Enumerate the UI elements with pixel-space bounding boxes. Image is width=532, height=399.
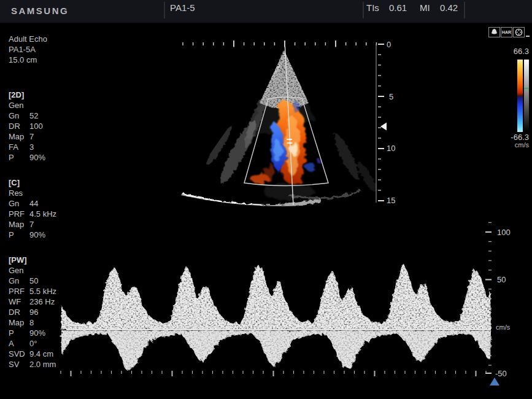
param-label: Gn bbox=[9, 110, 29, 121]
param-value: 7 bbox=[29, 131, 45, 142]
depth-setting: 15.0 cm bbox=[9, 55, 47, 65]
param-value: 2.0 mm bbox=[29, 359, 56, 370]
param-value: 8 bbox=[29, 317, 56, 328]
param-value bbox=[29, 265, 56, 276]
pw-scale-mid: 50 bbox=[497, 275, 506, 284]
sweep-marker-icon bbox=[490, 378, 499, 385]
param-value: 9.4 cm bbox=[29, 349, 56, 359]
param-value: 4.5 kHz bbox=[29, 209, 56, 219]
param-label: Res bbox=[9, 188, 29, 198]
transducer-name: PA1-5A bbox=[9, 44, 47, 55]
param-value bbox=[29, 188, 56, 198]
param-label: PRF bbox=[9, 286, 29, 296]
pw-scale-min: -50 bbox=[495, 369, 507, 378]
param-label: Gn bbox=[9, 198, 29, 209]
param-value: 7 bbox=[29, 219, 56, 230]
grayscale-marker bbox=[524, 88, 529, 89]
exam-preset: Adult Echo bbox=[9, 34, 47, 44]
color-doppler-scale-bar bbox=[517, 60, 523, 132]
param-label: DR bbox=[9, 121, 29, 131]
param-value: 50 bbox=[29, 276, 56, 286]
param-label: FA bbox=[9, 142, 29, 152]
param-value bbox=[29, 100, 45, 110]
time-ruler bbox=[61, 371, 486, 376]
color-scale-min: -66.3 bbox=[506, 133, 529, 142]
params-color: [C] Res Gn44 PRF4.5 kHz Map7 P90% bbox=[9, 177, 56, 240]
param-label: P bbox=[9, 328, 29, 338]
pw-scale-max: 100 bbox=[497, 228, 511, 237]
pw-spectrum bbox=[61, 264, 491, 370]
param-label: SVD bbox=[9, 349, 29, 359]
param-value: 90% bbox=[29, 152, 45, 163]
depth-ruler bbox=[376, 44, 384, 203]
param-label: P bbox=[9, 152, 29, 163]
param-value: 90% bbox=[29, 230, 56, 240]
param-label: Gen bbox=[9, 265, 29, 276]
param-value: 52 bbox=[29, 110, 45, 121]
imaging-canvas bbox=[0, 0, 532, 399]
param-label: WF bbox=[9, 296, 29, 307]
param-value: 100 bbox=[29, 121, 45, 131]
param-value: 90% bbox=[29, 328, 56, 338]
params-color-title: [C] bbox=[9, 177, 56, 188]
param-label: A bbox=[9, 338, 29, 349]
param-label: Map bbox=[9, 219, 29, 230]
param-label: Map bbox=[9, 131, 29, 142]
param-label: SV bbox=[9, 359, 29, 370]
grayscale-bar bbox=[524, 60, 529, 132]
param-label: P bbox=[9, 230, 29, 240]
param-value: 3 bbox=[29, 142, 45, 152]
depth-tick-label: 0 bbox=[387, 40, 391, 49]
param-label: Gen bbox=[9, 100, 29, 110]
params-2d: [2D] Gen Gn52 DR100 Map7 FA3 P90% bbox=[9, 90, 45, 163]
param-label: DR bbox=[9, 307, 29, 317]
depth-tick-label: 5 bbox=[389, 92, 393, 101]
param-label: Map bbox=[9, 317, 29, 328]
preset-info: Adult Echo PA1-5A 15.0 cm bbox=[9, 34, 47, 65]
lateral-ruler bbox=[183, 41, 376, 47]
depth-tick-label: 15 bbox=[387, 196, 395, 205]
param-label: Gn bbox=[9, 276, 29, 286]
param-value: 44 bbox=[29, 198, 56, 209]
param-value: 96 bbox=[29, 307, 56, 317]
params-2d-title: [2D] bbox=[9, 90, 45, 100]
param-value: 5.5 kHz bbox=[29, 286, 56, 296]
color-scale-unit: cm/s bbox=[507, 141, 529, 149]
params-pw: [PW] Gen Gn50 PRF5.5 kHz WF236 Hz DR96 M… bbox=[9, 255, 56, 370]
ultrasound-screen: SAMSUNG PA1-5 TIs 0.61 MI 0.42 HAR bbox=[0, 0, 532, 399]
param-value: 236 Hz bbox=[29, 296, 56, 307]
params-pw-title: [PW] bbox=[9, 255, 56, 265]
color-scale-max: 66.3 bbox=[508, 47, 529, 56]
depth-tick-label: 10 bbox=[387, 144, 395, 153]
pw-scale-unit: cm/s bbox=[496, 323, 510, 331]
focus-marker-icon bbox=[380, 123, 387, 131]
param-value: 0° bbox=[29, 338, 56, 349]
param-label: PRF bbox=[9, 209, 29, 219]
